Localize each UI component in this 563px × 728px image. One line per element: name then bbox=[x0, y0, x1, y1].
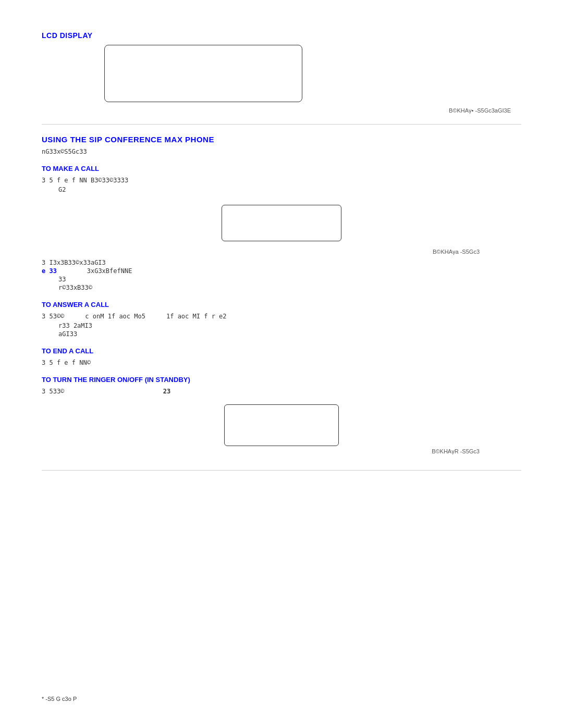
main-section-title: USInG The Sip CONFERENCE MAX PHONE bbox=[42, 135, 521, 144]
ringer-heading: TO TURN THE RINGER ON/OFF (IN STANDBY) bbox=[42, 376, 521, 384]
end-call-line1: 3 5 f e f NN© bbox=[42, 359, 521, 366]
make-call-step2: 33 bbox=[42, 276, 521, 283]
make-call-step1-value: 3xG3xBfefNNE bbox=[87, 267, 132, 275]
ringer-section: TO TURN THE RINGER ON/OFF (IN STANDBY) 3… bbox=[42, 376, 521, 454]
make-call-text: 3 5 f e f NN B3©33©3333 bbox=[42, 177, 128, 184]
lcd-display-section: LCD DISPLAY B©KHAγ• -S5Gc3aGI3E bbox=[42, 31, 521, 114]
make-call-steps-intro: 3 I3x3B33©x33aGI3 bbox=[42, 259, 521, 266]
ringer-line1: 3 533© 23 bbox=[42, 388, 521, 395]
end-call-section: TO END A CALL 3 5 f e f NN© bbox=[42, 347, 521, 366]
ringer-line1a: 3 533© bbox=[42, 388, 64, 395]
make-call-steps: 3 I3x3B33©x33aGI3 e 33 3xG3xBfefNNE 33 r… bbox=[42, 259, 521, 291]
lcd-display-heading: LCD DISPLAY bbox=[42, 31, 521, 40]
ringer-caption: B©KHAγR -S5Gc3 bbox=[42, 448, 480, 454]
answer-call-heading: TO ANSWER A CALL bbox=[42, 301, 521, 309]
make-call-line1: 3 5 f e f NN B3©33©3333 bbox=[42, 177, 521, 184]
answer-call-line3: aGI33 bbox=[42, 330, 521, 338]
answer-call-line1a: 3 53©© bbox=[42, 313, 64, 320]
answer-call-line1b: c onM 1f aoc Mo5 bbox=[85, 313, 145, 320]
make-call-display-box bbox=[222, 205, 341, 241]
end-call-heading: TO END A CALL bbox=[42, 347, 521, 355]
lcd-caption: B©KHAγ• -S5Gc3aGI3E bbox=[42, 107, 511, 114]
lcd-display-box bbox=[104, 45, 302, 102]
sip-conference-section: USInG The Sip CONFERENCE MAX PHONE nG33x… bbox=[42, 135, 521, 454]
answer-call-line2: r33 2aMI3 bbox=[42, 322, 521, 329]
make-call-step3: r©33xB33© bbox=[42, 284, 521, 291]
footer-note: * -S5 G c3o P bbox=[42, 696, 77, 702]
ringer-display-container bbox=[42, 404, 521, 446]
make-call-line1b: G2 bbox=[42, 186, 521, 193]
answer-call-line1c: 1f aoc MI f r e2 bbox=[166, 313, 227, 320]
make-call-step1-label: e 33 bbox=[42, 267, 57, 275]
divider-1 bbox=[42, 124, 521, 125]
make-call-caption: B©KHAγa -S5Gc3 bbox=[42, 249, 480, 255]
ringer-display-box bbox=[224, 404, 339, 446]
ringer-line1b: 23 bbox=[163, 388, 170, 395]
answer-call-line1: 3 53©© c onM 1f aoc Mo5 1f aoc MI f r e2 bbox=[42, 313, 521, 320]
section-intro: nG33x©S5Gc33 bbox=[42, 148, 521, 155]
make-call-heading: TO MAKE A CALL bbox=[42, 165, 521, 172]
end-call-text: 3 5 f e f NN© bbox=[42, 359, 91, 366]
make-call-step1: e 33 3xG3xBfefNNE bbox=[42, 267, 521, 275]
make-call-section: TO MAKE A CALL 3 5 f e f NN B3©33©3333 G… bbox=[42, 165, 521, 291]
divider-2 bbox=[42, 470, 521, 471]
make-call-display-container bbox=[42, 200, 521, 246]
answer-call-section: TO ANSWER A CALL 3 53©© c onM 1f aoc Mo5… bbox=[42, 301, 521, 338]
